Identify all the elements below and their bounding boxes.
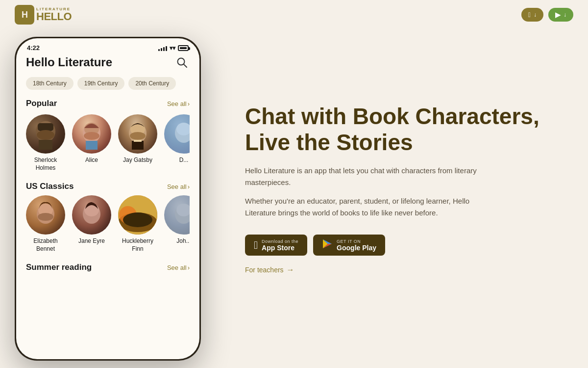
app-store-big-label: App Store [262, 244, 298, 252]
see-all-label: See all [167, 100, 187, 107]
svg-point-12 [130, 123, 145, 135]
signal-bar-1 [158, 49, 160, 51]
summer-see-all[interactable]: See all › [167, 264, 190, 271]
hero-title-line2: Live the Stories [245, 130, 413, 155]
hero-title-line1: Chat with Book Characters, [245, 104, 539, 129]
google-play-badge-text: GET IT ON Google Play [337, 239, 376, 252]
us-classics-section-header: US Classics See all › [26, 182, 190, 191]
summer-reading-header: Summer reading See all › [26, 263, 190, 272]
character-fourth-popular[interactable]: D... [164, 114, 190, 172]
john-portrait [164, 195, 190, 235]
svg-point-17 [176, 123, 190, 135]
google-play-badge-icon [322, 238, 333, 252]
svg-rect-6 [39, 140, 52, 150]
status-bar: 4:22 ▾▾ [16, 38, 199, 54]
svg-rect-4 [38, 123, 53, 131]
svg-point-11 [129, 123, 147, 143]
character-janeeyre[interactable]: Jane Eyre [72, 195, 111, 253]
signal-bar-3 [163, 47, 165, 51]
svg-point-7 [83, 123, 100, 143]
svg-line-1 [184, 64, 187, 67]
hero-title: Chat with Book Characters, Live the Stor… [245, 104, 564, 156]
huck-avatar [118, 195, 157, 235]
elizabeth-avatar [26, 195, 65, 235]
character-elizabeth[interactable]: ElizabethBennet [26, 195, 65, 253]
fourth-portrait [164, 114, 190, 154]
hero-description-2: Whether you're an educator, parent, stud… [245, 195, 500, 219]
svg-point-5 [37, 130, 54, 140]
see-all-3-label: See all [167, 264, 187, 271]
play-download-icon: ↓ [564, 11, 566, 18]
store-buttons:  Download on the App Store GET IT ON Go… [245, 235, 564, 256]
teachers-link[interactable]: For teachers → [245, 265, 564, 274]
play-triangle-icon: ▶ [555, 11, 561, 19]
janeeyre-avatar [72, 195, 111, 235]
battery-fill [180, 47, 187, 49]
popular-see-all[interactable]: See all › [167, 100, 190, 107]
app-header: Hello Literature [26, 54, 190, 70]
status-icons: ▾▾ [158, 45, 189, 52]
logo-icon: H [15, 5, 34, 25]
character-john[interactable]: Joh... [164, 195, 190, 253]
svg-point-25 [119, 206, 137, 224]
filter-chips: 18th Century 19th Century 20th Century [26, 77, 190, 90]
fourth-avatar [164, 114, 190, 154]
character-alice[interactable]: Alice [72, 114, 111, 172]
svg-point-20 [38, 213, 53, 221]
popular-section-header: Popular See all › [26, 99, 190, 108]
google-play-header-button[interactable]: ▶ ↓ [548, 8, 573, 22]
svg-point-13 [130, 132, 146, 140]
character-sherlock[interactable]: SherlockHolmes [26, 114, 65, 172]
app-store-badge[interactable]:  Download on the App Store [245, 235, 307, 256]
svg-point-22 [84, 204, 99, 216]
header: H LITERATURE HELLO  ↓ ▶ ↓ [0, 0, 588, 29]
right-panel: Chat with Book Characters, Live the Stor… [225, 0, 588, 368]
sherlock-portrait [26, 114, 65, 154]
filter-18th-century[interactable]: 18th Century [26, 77, 74, 90]
google-play-badge[interactable]: GET IT ON Google Play [313, 235, 385, 256]
svg-rect-10 [86, 141, 98, 150]
janeeyre-portrait [72, 195, 111, 235]
character-gatsby[interactable]: Jay Gatsby [118, 114, 157, 172]
us-classics-see-all[interactable]: See all › [167, 183, 190, 190]
huck-name: HuckleberryFinn [122, 237, 153, 253]
signal-bar-2 [161, 48, 162, 51]
john-name: Joh... [176, 237, 190, 245]
svg-point-21 [83, 204, 100, 224]
svg-point-19 [38, 204, 53, 216]
app-content: Hello Literature 18th Century 19th Centu… [16, 54, 199, 354]
fourth-name: D... [179, 157, 189, 164]
chevron-right-2-icon: › [188, 183, 190, 190]
summer-reading-title: Summer reading [26, 263, 92, 272]
svg-point-2 [36, 121, 55, 142]
signal-bar-4 [166, 46, 167, 51]
alice-name: Alice [85, 157, 98, 164]
apple-download-icon: ↓ [534, 11, 537, 18]
apple-badge-icon:  [254, 239, 258, 252]
filter-19th-century[interactable]: 19th Century [77, 77, 125, 90]
elizabeth-name: ElizabethBennet [33, 237, 57, 253]
svg-point-3 [38, 121, 53, 135]
app-store-badge-text: Download on the App Store [262, 239, 298, 252]
svg-point-27 [175, 204, 190, 224]
john-avatar [164, 195, 190, 235]
chevron-right-3-icon: › [188, 264, 190, 271]
janeeyre-name: Jane Eyre [78, 237, 105, 245]
logo-big-text: HELLO [36, 11, 72, 22]
teachers-arrow-icon: → [287, 265, 294, 274]
search-button[interactable] [174, 54, 190, 70]
svg-point-18 [37, 204, 54, 224]
google-play-icon [322, 238, 333, 249]
phone-frame: 4:22 ▾▾ Hello Literatu [15, 37, 201, 361]
apple-store-header-button[interactable]:  ↓ [521, 8, 543, 22]
filter-20th-century[interactable]: 20th Century [128, 77, 176, 90]
us-classics-title: US Classics [26, 182, 74, 191]
see-all-2-label: See all [167, 183, 187, 190]
phone-screen: 4:22 ▾▾ Hello Literatu [16, 38, 199, 359]
sherlock-avatar [26, 114, 65, 154]
sherlock-name: SherlockHolmes [34, 157, 57, 172]
logo: H LITERATURE HELLO [15, 5, 72, 25]
logo-text: LITERATURE HELLO [36, 7, 72, 22]
character-huck[interactable]: HuckleberryFinn [118, 195, 157, 253]
phone-mockup: 4:22 ▾▾ Hello Literatu [15, 37, 201, 366]
